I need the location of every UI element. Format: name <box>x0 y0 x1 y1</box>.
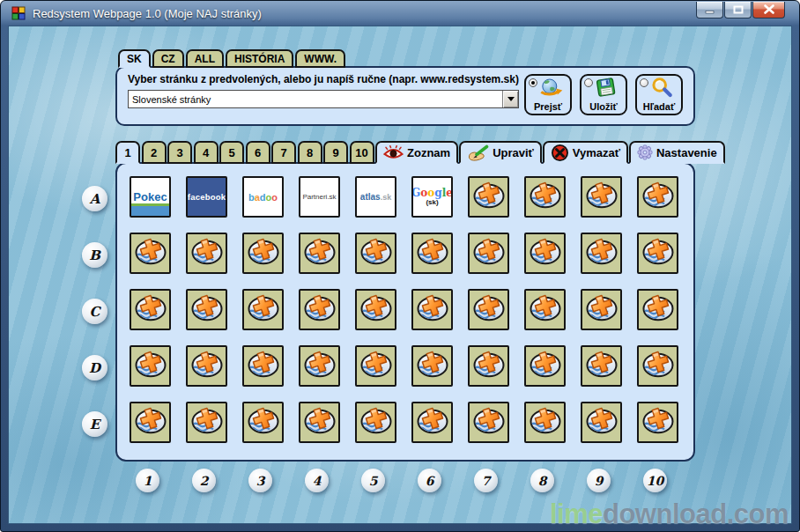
page-tab-6[interactable]: 6 <box>246 141 270 164</box>
col-button-6[interactable]: 6 <box>418 469 441 492</box>
tab-histria[interactable]: HISTÓRIA <box>226 49 293 68</box>
close-button[interactable] <box>752 2 785 18</box>
page-tab-9[interactable]: 9 <box>323 141 348 164</box>
site-cell-C9[interactable] <box>581 289 622 330</box>
col-button-3[interactable]: 3 <box>248 469 272 492</box>
site-cell-C10[interactable] <box>637 289 678 330</box>
site-cell-E5[interactable] <box>355 402 396 443</box>
site-cell-A10[interactable] <box>637 176 678 218</box>
site-cell-B1[interactable] <box>130 233 171 274</box>
window-controls <box>696 2 785 18</box>
site-cell-B3[interactable] <box>242 233 284 274</box>
uloi-button[interactable]: Uložiť <box>580 74 627 115</box>
site-cell-A7[interactable] <box>468 176 509 218</box>
col-button-10[interactable]: 10 <box>643 469 667 492</box>
hada-button[interactable]: Hľadať <box>635 74 683 115</box>
site-cell-D5[interactable] <box>355 345 396 387</box>
col-button-2[interactable]: 2 <box>192 469 216 492</box>
site-cell-D6[interactable] <box>411 345 453 387</box>
puzzle-globe-icon <box>472 293 506 326</box>
site-cell-C5[interactable] <box>355 289 396 330</box>
mode-tab-nastavenie[interactable]: Nastavenie <box>629 141 725 164</box>
puzzle-globe-icon <box>303 237 337 270</box>
maximize-button[interactable] <box>724 2 752 18</box>
col-button-1[interactable]: 1 <box>136 469 159 492</box>
site-cell-B6[interactable] <box>411 233 453 274</box>
site-cell-B5[interactable] <box>355 233 396 274</box>
tab-all[interactable]: ALL <box>186 49 224 68</box>
site-cell-C8[interactable] <box>524 289 566 330</box>
site-cell-A5-atlas[interactable]: atlas.sk <box>355 176 396 218</box>
col-button-5[interactable]: 5 <box>361 469 385 492</box>
site-cell-B8[interactable] <box>524 233 566 274</box>
site-cell-D9[interactable] <box>581 345 622 387</box>
site-cell-E2[interactable] <box>186 402 227 443</box>
site-cell-A2-facebook[interactable]: facebook <box>186 176 227 218</box>
tab-sk[interactable]: SK <box>118 49 151 68</box>
minimize-button[interactable] <box>696 2 723 18</box>
site-cell-B7[interactable] <box>468 233 509 274</box>
site-cell-E4[interactable] <box>299 402 340 443</box>
page-tab-7[interactable]: 7 <box>271 141 296 164</box>
puzzle-globe-icon <box>641 350 675 382</box>
site-cell-A8[interactable] <box>524 176 566 218</box>
site-cell-E9[interactable] <box>581 402 622 443</box>
col-button-4[interactable]: 4 <box>305 469 329 492</box>
dropdown-arrow-icon[interactable] <box>502 91 518 107</box>
page-tab-3[interactable]: 3 <box>167 141 192 164</box>
tab-www[interactable]: WWW. <box>295 49 345 68</box>
site-cell-B9[interactable] <box>581 233 622 274</box>
page-tab-4[interactable]: 4 <box>194 141 219 164</box>
mode-tab-zoznam[interactable]: Zoznam <box>375 141 458 164</box>
mode-tab-upravi[interactable]: Upraviť <box>459 141 542 164</box>
row-button-A[interactable]: A <box>82 186 107 211</box>
col-button-7[interactable]: 7 <box>474 469 498 492</box>
site-cell-B4[interactable] <box>299 233 340 274</box>
mode-tab-vymaza[interactable]: Vymazať <box>543 141 628 164</box>
row-button-B[interactable]: B <box>82 242 107 268</box>
site-cell-E10[interactable] <box>637 402 678 443</box>
site-cell-E6[interactable] <box>411 402 453 443</box>
site-cell-A3-badoo[interactable]: badoo <box>242 176 284 218</box>
site-cell-B2[interactable] <box>186 233 227 274</box>
page-tab-10[interactable]: 10 <box>350 141 374 164</box>
page-tab-1[interactable]: 1 <box>115 141 140 164</box>
col-button-9[interactable]: 9 <box>587 469 611 492</box>
site-cell-D7[interactable] <box>468 345 509 387</box>
page-tab-2[interactable]: 2 <box>142 141 167 164</box>
prejs-button[interactable]: Prejsť <box>524 74 572 115</box>
site-cell-C2[interactable] <box>186 289 227 330</box>
col-button-8[interactable]: 8 <box>530 469 554 492</box>
row-button-E[interactable]: E <box>82 411 107 437</box>
site-cell-C7[interactable] <box>468 289 509 330</box>
site-cell-D4[interactable] <box>299 345 340 387</box>
site-cell-B10[interactable] <box>637 233 678 274</box>
site-cell-D8[interactable] <box>524 345 566 387</box>
row-button-D[interactable]: D <box>82 355 107 381</box>
site-cell-A6-google[interactable]: Google(sk) <box>411 176 453 218</box>
site-cell-C4[interactable] <box>299 289 340 330</box>
page-tab-5[interactable]: 5 <box>219 141 244 164</box>
site-cell-D3[interactable] <box>242 345 284 387</box>
site-cell-C3[interactable] <box>242 289 284 330</box>
site-cell-A9[interactable] <box>581 176 622 218</box>
site-cell-D1[interactable] <box>130 345 171 387</box>
site-cell-E7[interactable] <box>468 402 509 443</box>
client-area: SKCZALLHISTÓRIAWWW. Vyber stránku z pred… <box>8 26 792 524</box>
site-cell-E1[interactable] <box>130 402 171 443</box>
puzzle-globe-icon <box>190 293 224 326</box>
title-bar[interactable]: Redsystem Webpage 1.0 (Moje NAJ stránky) <box>1 1 799 26</box>
site-cell-D10[interactable] <box>637 345 678 387</box>
puzzle-globe-icon <box>529 350 562 382</box>
site-cell-E8[interactable] <box>524 402 566 443</box>
site-cell-C1[interactable] <box>130 289 171 330</box>
tab-cz[interactable]: CZ <box>152 49 184 68</box>
row-button-C[interactable]: C <box>82 299 107 324</box>
site-cell-A1-pokec[interactable]: Pokec <box>130 176 171 218</box>
page-tab-8[interactable]: 8 <box>298 141 322 164</box>
site-combobox[interactable]: Slovenské stránky <box>128 90 519 108</box>
site-cell-E3[interactable] <box>242 402 284 443</box>
site-cell-C6[interactable] <box>411 289 453 330</box>
site-cell-A4-partneri[interactable]: Partneri.sk <box>299 176 340 218</box>
site-cell-D2[interactable] <box>186 345 227 387</box>
